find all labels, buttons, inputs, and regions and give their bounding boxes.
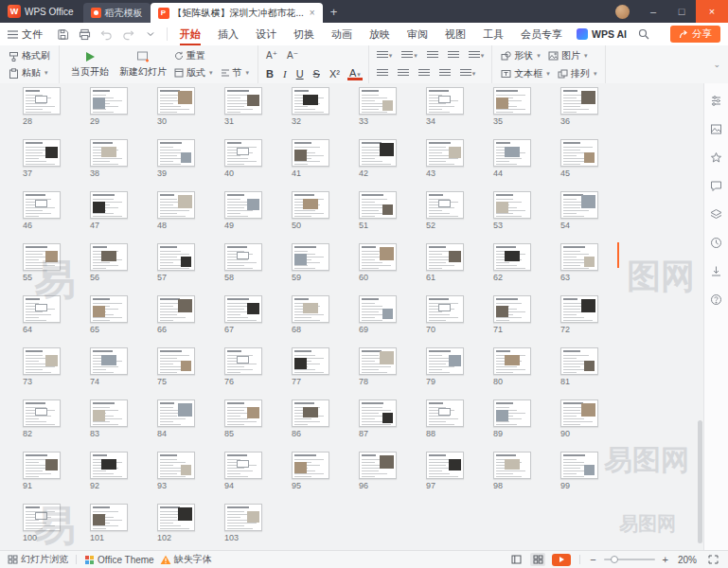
slide-thumbnail-47[interactable] — [90, 191, 128, 219]
textbox-button[interactable]: 文本框 — [498, 66, 553, 81]
panel-properties-icon[interactable] — [709, 93, 724, 108]
panel-resource-icon[interactable] — [709, 121, 724, 136]
slide-thumbnail-34[interactable] — [426, 87, 464, 115]
slide-sorter-canvas[interactable]: 2829303132333435363738394041424344454647… — [0, 83, 703, 551]
slide-thumbnail-29[interactable] — [90, 87, 128, 115]
ribbon-tab-home[interactable]: 开始 — [171, 23, 209, 45]
wps-ai-button[interactable]: WPS AI — [571, 28, 632, 40]
user-avatar[interactable] — [615, 5, 630, 19]
slide-thumbnail-90[interactable] — [560, 399, 598, 427]
play-from-current-button[interactable]: 当页开始 — [65, 46, 115, 82]
slide-thumbnail-86[interactable] — [292, 399, 329, 427]
reset-button[interactable]: 重置 — [171, 48, 252, 63]
share-button[interactable]: 分享 — [670, 26, 720, 43]
slide-thumbnail-52[interactable] — [426, 191, 464, 219]
zoom-in-icon[interactable]: + — [662, 555, 669, 564]
justify-button[interactable] — [437, 66, 453, 81]
slide-thumbnail-57[interactable] — [157, 243, 195, 271]
slide-thumbnail-71[interactable] — [493, 295, 531, 323]
new-tab-button[interactable]: + — [323, 5, 346, 19]
slide-thumbnail-66[interactable] — [157, 295, 195, 323]
slide-thumbnail-84[interactable] — [157, 399, 195, 427]
slide-thumbnail-81[interactable] — [560, 347, 598, 375]
slide-thumbnail-44[interactable] — [493, 139, 531, 167]
slide-thumbnail-89[interactable] — [493, 399, 531, 427]
slide-thumbnail-63[interactable] — [560, 243, 598, 271]
fit-to-window-icon[interactable] — [705, 553, 720, 566]
slide-thumbnail-93[interactable] — [157, 452, 195, 479]
slide-thumbnail-96[interactable] — [359, 452, 397, 479]
slide-thumbnail-62[interactable] — [493, 243, 531, 271]
slide-thumbnail-43[interactable] — [426, 139, 464, 167]
decrease-indent-button[interactable] — [425, 48, 440, 63]
tab-docer-templates[interactable]: 稻壳模板 — [83, 3, 151, 23]
panel-animation-icon[interactable] — [709, 150, 724, 165]
slide-thumbnail-39[interactable] — [157, 139, 195, 167]
ribbon-tab-design[interactable]: 设计 — [247, 23, 285, 45]
slide-thumbnail-70[interactable] — [426, 295, 464, 323]
section-button[interactable]: 节 — [218, 65, 253, 80]
arrange-button[interactable]: 排列 — [555, 66, 600, 81]
slide-thumbnail-64[interactable] — [23, 295, 61, 323]
missing-font-warning[interactable]: 缺失字体 — [160, 553, 212, 566]
slide-thumbnail-58[interactable] — [224, 243, 262, 271]
slide-sorter-view-icon[interactable] — [530, 553, 545, 566]
panel-comment-icon[interactable] — [709, 178, 724, 193]
increase-indent-button[interactable] — [446, 48, 461, 63]
slide-thumbnail-67[interactable] — [224, 295, 262, 323]
slide-thumbnail-97[interactable] — [426, 452, 464, 479]
panel-help-icon[interactable] — [709, 292, 724, 307]
slide-thumbnail-94[interactable] — [224, 452, 262, 479]
slide-thumbnail-28[interactable] — [23, 87, 61, 115]
slide-thumbnail-45[interactable] — [560, 139, 598, 167]
slide-thumbnail-74[interactable] — [90, 347, 128, 375]
slide-thumbnail-82[interactable] — [23, 399, 61, 427]
slide-thumbnail-92[interactable] — [90, 452, 128, 479]
slide-thumbnail-99[interactable] — [560, 452, 598, 479]
font-color-button[interactable]: A — [347, 66, 363, 80]
slide-thumbnail-46[interactable] — [23, 191, 61, 219]
slide-thumbnail-60[interactable] — [359, 243, 397, 271]
slide-thumbnail-53[interactable] — [493, 191, 531, 219]
slide-thumbnail-72[interactable] — [560, 295, 598, 323]
slide-thumbnail-36[interactable] — [560, 87, 598, 115]
slide-thumbnail-91[interactable] — [23, 452, 61, 479]
layout-button[interactable]: 版式 — [171, 65, 216, 80]
ribbon-tab-slideshow[interactable]: 放映 — [361, 23, 399, 45]
slide-thumbnail-30[interactable] — [157, 87, 195, 115]
italic-button[interactable]: I — [281, 66, 289, 81]
slide-thumbnail-49[interactable] — [224, 191, 262, 219]
slide-thumbnail-77[interactable] — [292, 347, 329, 375]
file-menu[interactable]: 文件 — [0, 27, 50, 42]
customize-toolbar-icon[interactable] — [143, 27, 157, 42]
slideshow-play-button[interactable] — [552, 554, 571, 566]
slide-thumbnail-61[interactable] — [426, 243, 464, 271]
scrollbar-thumb[interactable] — [698, 420, 702, 543]
maximize-button[interactable]: □ — [667, 0, 696, 23]
slide-thumbnail-50[interactable] — [292, 191, 329, 219]
tab-document-active[interactable]: P 【矩阵纵横】深圳大冲都市花... × — [151, 3, 323, 23]
slide-thumbnail-101[interactable] — [90, 504, 128, 531]
ribbon-tab-insert[interactable]: 插入 — [209, 23, 247, 45]
panel-history-icon[interactable] — [709, 235, 724, 250]
vertical-scrollbar[interactable] — [698, 85, 702, 549]
slide-thumbnail-31[interactable] — [224, 87, 262, 115]
picture-button[interactable]: 图片 — [545, 48, 591, 63]
paste-button[interactable]: 粘贴 — [6, 65, 53, 80]
slide-thumbnail-103[interactable] — [224, 504, 262, 531]
ribbon-tab-animation[interactable]: 动画 — [323, 23, 361, 45]
slide-thumbnail-51[interactable] — [359, 191, 397, 219]
slide-thumbnail-73[interactable] — [23, 347, 61, 375]
print-icon[interactable] — [78, 27, 92, 42]
slide-thumbnail-32[interactable] — [292, 87, 329, 115]
slide-thumbnail-102[interactable] — [157, 504, 195, 531]
save-icon[interactable] — [56, 27, 70, 42]
slide-thumbnail-87[interactable] — [359, 399, 397, 427]
align-right-button[interactable] — [417, 66, 432, 81]
slide-thumbnail-42[interactable] — [359, 139, 397, 167]
slide-thumbnail-41[interactable] — [292, 139, 329, 167]
panel-download-icon[interactable] — [709, 263, 724, 278]
slide-thumbnail-55[interactable] — [23, 243, 61, 271]
ribbon-tab-transition[interactable]: 切换 — [285, 23, 323, 45]
slide-thumbnail-83[interactable] — [90, 399, 128, 427]
